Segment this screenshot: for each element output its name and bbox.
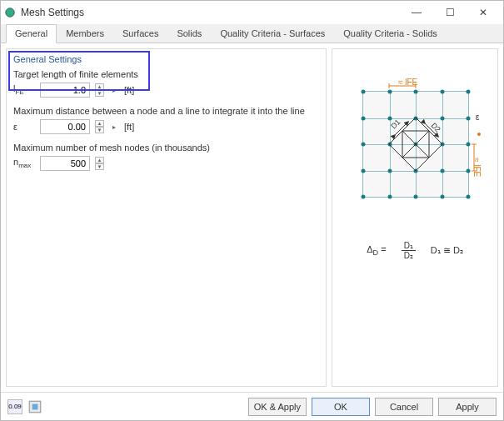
target-length-spinner[interactable]: ▲▼ [95, 83, 104, 97]
max-nodes-input[interactable] [40, 156, 90, 171]
tab-bar: General Members Surfaces Solids Quality … [1, 24, 503, 43]
tab-surfaces[interactable]: Surfaces [113, 24, 167, 43]
diagram-d1-label: D1 [389, 118, 402, 130]
tab-quality-surfaces[interactable]: Quality Criteria - Surfaces [211, 24, 334, 43]
max-nodes-label: Maximum number of mesh nodes (in thousan… [13, 143, 319, 153]
tab-general[interactable]: General [6, 24, 57, 43]
footer: 0.09 OK & Apply OK Cancel Apply [1, 392, 503, 420]
footer-value-icon[interactable]: 0.09 [7, 399, 22, 414]
window-minimize-button[interactable]: — [400, 4, 433, 21]
svg-rect-2 [32, 403, 38, 409]
max-distance-row: ε ▲▼ ▸ [ft] [13, 119, 319, 134]
mesh-diagram: ≈ lFE ≈ lFE ε [344, 83, 486, 224]
max-distance-spinner[interactable]: ▲▼ [95, 120, 104, 133]
target-length-input[interactable] [40, 83, 90, 98]
window-title: Mesh Settings [21, 7, 84, 18]
tab-solids[interactable]: Solids [167, 24, 211, 43]
target-length-label: Target length of finite elements [13, 69, 319, 79]
mesh-settings-window: Mesh Settings — ☐ ✕ General Members Surf… [0, 0, 504, 421]
ok-and-apply-button[interactable]: OK & Apply [248, 398, 307, 416]
window-maximize-button[interactable]: ☐ [433, 4, 467, 21]
max-distance-unit: [ft] [124, 122, 134, 132]
max-nodes-symbol: nmax [13, 157, 35, 169]
app-icon [4, 7, 16, 18]
ok-button[interactable]: OK [312, 398, 370, 416]
body: General Settings Target length of finite… [1, 43, 503, 392]
window-close-button[interactable]: ✕ [467, 4, 500, 21]
right-pane: ≈ lFE ≈ lFE ε [332, 48, 498, 387]
diagram-overlay: D1 D2 [362, 91, 469, 198]
max-distance-symbol: ε [13, 122, 35, 132]
apply-button[interactable]: Apply [438, 398, 497, 416]
tab-quality-solids[interactable]: Quality Criteria - Solids [334, 24, 446, 43]
left-pane: General Settings Target length of finite… [6, 48, 327, 387]
diagram-eps-dot [477, 133, 481, 136]
target-length-symbol: lFE [13, 83, 35, 96]
titlebar: Mesh Settings — ☐ ✕ [1, 1, 503, 24]
diagram-formula: ΔD = D₁D₂ D₁ ≅ D₂ [367, 241, 463, 260]
diagram-lfe-top-label: ≈ lFE [398, 78, 417, 87]
target-length-unit: [ft] [124, 85, 134, 95]
diagram-d2-label: D2 [430, 121, 442, 133]
group-header: General Settings [13, 54, 319, 64]
max-distance-input[interactable] [40, 119, 90, 134]
max-nodes-spinner[interactable]: ▲▼ [95, 157, 104, 170]
cancel-button[interactable]: Cancel [375, 398, 433, 416]
max-distance-label: Maximum distance between a node and a li… [13, 106, 319, 116]
max-distance-step-button[interactable]: ▸ [109, 121, 119, 133]
diagram-eps-label: ε [476, 113, 479, 122]
target-length-row: lFE ▲▼ ▸ [ft] [13, 83, 319, 98]
footer-help-icon[interactable] [27, 399, 42, 414]
tab-members[interactable]: Members [57, 24, 113, 43]
max-nodes-row: nmax ▲▼ [13, 156, 319, 171]
svg-point-0 [6, 8, 15, 18]
target-length-step-button[interactable]: ▸ [109, 84, 119, 96]
